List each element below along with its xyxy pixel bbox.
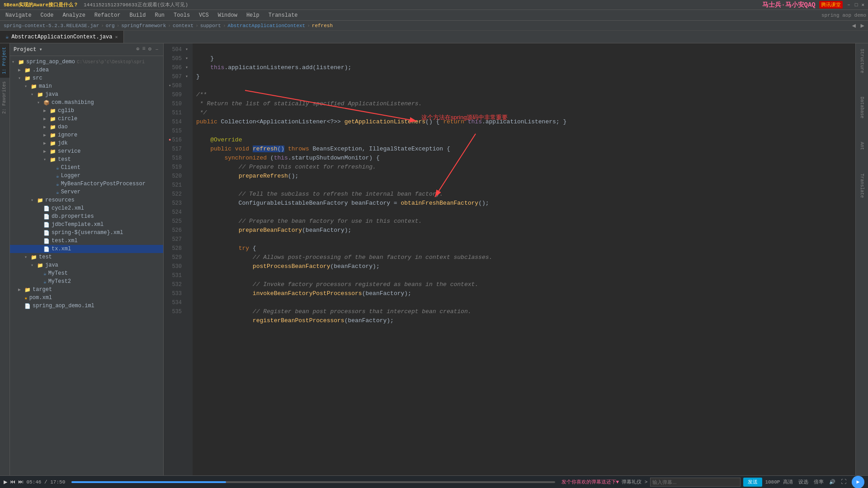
next-button[interactable]: ⏭ <box>18 479 24 485</box>
tree-main[interactable]: ▾ 📁 main <box>10 82 163 90</box>
progress-fill <box>71 481 226 483</box>
tree-src[interactable]: ▾ 📁 src <box>10 74 163 82</box>
tree-resources[interactable]: ▾ 📁 resources <box>10 196 163 204</box>
tree-idea[interactable]: ▶ 📁 .idea <box>10 66 163 74</box>
collapse-all-icon[interactable]: ≡ <box>142 46 146 53</box>
bc-org[interactable]: org <box>106 23 115 28</box>
window-minimize[interactable]: － <box>846 1 851 8</box>
tab-abstractapplicationcontext[interactable]: ☕ AbstractApplicationContext.java ✕ <box>0 31 124 43</box>
bc-method[interactable]: refresh <box>312 23 333 28</box>
bc-jar[interactable]: spring-context-5.2.3.RELEASE.jar <box>4 23 99 28</box>
tree-tx-xml[interactable]: 📄 tx.xml <box>10 245 163 253</box>
right-tab-translate[interactable]: Translate <box>859 172 865 200</box>
tree-mytest2[interactable]: ☕ MyTest2 <box>10 277 163 286</box>
tab-close-btn[interactable]: ✕ <box>115 34 118 40</box>
tree-client[interactable]: ☕ Client <box>10 164 163 172</box>
tree-spring-username[interactable]: 📄 spring-${username}.xml <box>10 229 163 237</box>
subtitle-protocol[interactable]: 弹幕礼仪 > <box>622 479 647 485</box>
tree-cglib[interactable]: ▶ 📁 cglib <box>10 107 163 115</box>
window-close[interactable]: ✕ <box>861 2 864 8</box>
play-button[interactable]: ▶ <box>4 478 7 486</box>
nav-forward[interactable]: ▶ <box>861 22 864 29</box>
menu-item-run[interactable]: Run <box>151 11 168 19</box>
cglib-label: cglib <box>58 108 74 114</box>
bc-context[interactable]: context <box>173 23 193 28</box>
bilibili-user: 马士兵·马小安QAQ <box>762 1 816 9</box>
file-tree: ▾ 📁 spring_aop_demo C:\Users\p'c\Desktop… <box>10 56 163 475</box>
menu-item-refactor[interactable]: Refactor <box>91 11 124 19</box>
sidebar-dropdown-icon[interactable]: ▾ <box>39 46 42 53</box>
tree-package[interactable]: ▾ 📦 com.mashibing <box>10 99 163 107</box>
tree-jdbc[interactable]: 📄 jdbcTemplate.xml <box>10 221 163 229</box>
bc-class[interactable]: AbstractApplicationContext <box>228 23 306 28</box>
tree-ignore[interactable]: ▶ 📁 ignore <box>10 131 163 139</box>
tree-mybeanfactory[interactable]: ☕ MyBeanFactoryPostProcessor <box>10 180 163 188</box>
tree-dao[interactable]: ▶ 📁 dao <box>10 123 163 131</box>
logger-label: Logger <box>61 173 80 179</box>
quality-label[interactable]: 1080P 高清 <box>765 479 793 485</box>
menu-bar: Navigate Code Analyze Refactor Build Run… <box>0 10 868 21</box>
settings-icon[interactable]: ⚙ <box>148 46 151 53</box>
tree-jdk[interactable]: ▶ 📁 jdk <box>10 139 163 147</box>
right-tab-structure[interactable]: Structure <box>859 47 865 75</box>
speed-label[interactable]: 倍率 <box>814 479 824 485</box>
tree-target[interactable]: ▶ 📁 target <box>10 286 163 294</box>
tree-db[interactable]: 📄 db.properties <box>10 212 163 221</box>
send-danmaku-button[interactable]: 发送 <box>743 478 762 487</box>
right-panel: Structure Database Ant Translate <box>855 43 868 475</box>
locate-file-icon[interactable]: ⊕ <box>136 46 139 53</box>
tab-project[interactable]: 1: Project <box>0 43 9 78</box>
hide-icon[interactable]: － <box>154 46 160 53</box>
menu-item-analyze[interactable]: Analyze <box>59 11 89 19</box>
menu-item-build[interactable]: Build <box>126 11 149 19</box>
menu-item-tools[interactable]: Tools <box>170 11 193 19</box>
db-label: db.properties <box>52 213 94 220</box>
mybeanfactory-label: MyBeanFactoryPostProcessor <box>61 181 146 187</box>
right-tab-ant[interactable]: Ant <box>859 140 865 152</box>
tree-logger[interactable]: ☕ Logger <box>10 172 163 180</box>
code-area: 504 505 506 507 ▾508 509 510 511 514 515… <box>164 43 855 475</box>
tree-test-java[interactable]: ▾ 📁 java <box>10 261 163 269</box>
client-label: Client <box>61 164 80 171</box>
tree-mytest[interactable]: ☕ MyTest <box>10 269 163 277</box>
prev-button[interactable]: ⏮ <box>10 479 15 485</box>
code-editor: 504 505 506 507 ▾508 509 510 511 514 515… <box>164 43 855 475</box>
tree-server[interactable]: ☕ Server <box>10 188 163 196</box>
menu-item-help[interactable]: Help <box>243 11 263 19</box>
top-bar-right: 马士兵·马小安QAQ 腾讯课堂 － □ ✕ <box>762 1 864 9</box>
fold-icon-508[interactable]: ▾ <box>169 81 171 90</box>
tree-circle[interactable]: ▶ 📁 circle <box>10 115 163 123</box>
tree-root[interactable]: ▾ 📁 spring_aop_demo C:\Users\p'c\Desktop… <box>10 58 163 66</box>
tree-test-xml[interactable]: 📄 test.xml <box>10 237 163 245</box>
code-content[interactable]: } this.applicationListeners.add(listener… <box>193 43 855 475</box>
menu-item-code[interactable]: Code <box>37 11 57 19</box>
select-label[interactable]: 设选 <box>798 479 808 485</box>
tab-favorites[interactable]: 2: Favorites <box>0 78 9 117</box>
pom-label: pom.xml <box>29 295 52 301</box>
tree-iml[interactable]: 📄 spring_aop_demo.iml <box>10 302 163 310</box>
volume-icon[interactable]: 🔊 <box>829 479 835 485</box>
tree-cycle[interactable]: 📄 cycle2.xml <box>10 204 163 212</box>
progress-bar[interactable] <box>71 481 555 483</box>
window-maximize[interactable]: □ <box>855 2 858 8</box>
breakpoint-516[interactable]: ● <box>169 136 171 145</box>
menu-item-navigate[interactable]: Navigate <box>2 11 35 19</box>
menu-item-translate[interactable]: Translate <box>265 11 302 19</box>
bc-support[interactable]: support <box>200 23 221 28</box>
bc-springframework[interactable]: springframework <box>121 23 166 28</box>
play-next-icon[interactable]: ▶ <box>852 476 864 488</box>
fold-gutter: ▾ ▾ ▾ ▾ <box>185 43 193 475</box>
tree-java[interactable]: ▾ 📁 java <box>10 90 163 99</box>
right-tab-database[interactable]: Database <box>859 95 865 120</box>
tree-pom[interactable]: ★ pom.xml <box>10 294 163 302</box>
tree-service[interactable]: ▶ 📁 service <box>10 147 163 155</box>
tab-icon: ☕ <box>5 33 9 40</box>
menu-item-window[interactable]: Window <box>214 11 241 19</box>
service-label: service <box>58 148 80 155</box>
nav-back[interactable]: ◀ <box>852 22 856 29</box>
fullscreen-icon[interactable]: ⛶ <box>841 479 846 485</box>
tree-test-dir[interactable]: ▾ 📁 test <box>10 253 163 261</box>
subtitle-input[interactable] <box>650 478 741 487</box>
menu-item-vcs[interactable]: VCS <box>195 11 212 19</box>
tree-test-pkg[interactable]: ▾ 📁 test <box>10 155 163 164</box>
